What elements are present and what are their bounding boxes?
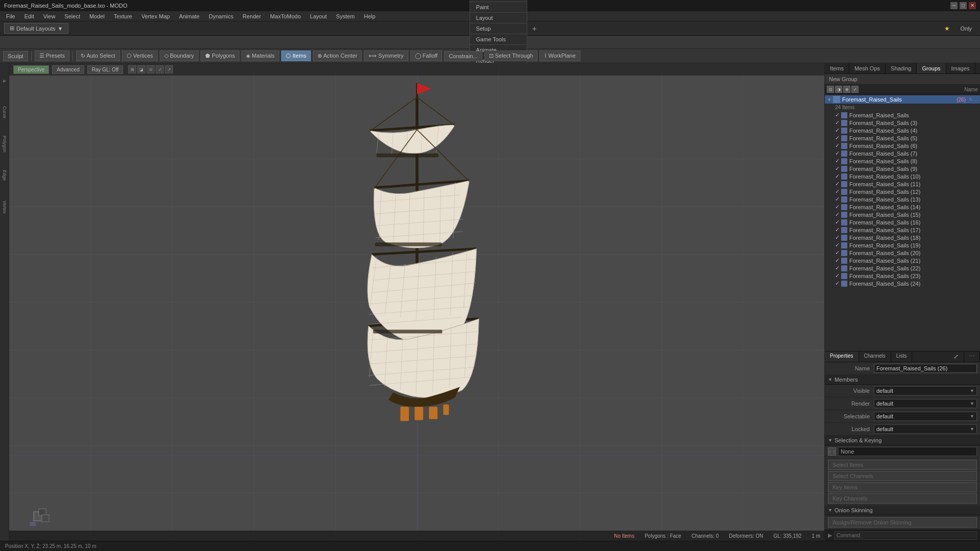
select-through-button[interactable]: ⊡ Select Through [484,51,537,61]
list-item[interactable]: ✓ Foremast_Raised_Sails (16) [825,218,980,226]
list-item[interactable]: ✓ Foremast_Raised_Sails (8) [825,157,980,165]
list-item[interactable]: ✓ Foremast_Raised_Sails (22) [825,264,980,272]
list-item[interactable]: ✓ Foremast_Raised_Sails (4) [825,127,980,134]
list-item[interactable]: ✓ Foremast_Raised_Sails (12) [825,188,980,195]
tab-properties[interactable]: Properties [825,352,859,362]
new-group-button[interactable]: New Group [825,74,980,85]
action-center-button[interactable]: ⊕ Action Center [313,51,362,61]
groups-icon-2[interactable]: ◑ [835,86,842,93]
window-controls[interactable]: ─ □ ✕ [950,2,976,9]
list-item[interactable]: ✓ Foremast_Raised_Sails (11) [825,180,980,188]
tab-mesh-ops[interactable]: Mesh Ops [849,63,886,73]
sidebar-item-1[interactable]: ▶ [1,65,8,96]
list-item[interactable]: ✓ Foremast_Raised_Sails (15) [825,211,980,218]
menu-item-system[interactable]: System [332,12,359,20]
sidebar-item-2[interactable]: Curve [1,97,8,128]
tab-lists[interactable]: Lists [891,352,913,362]
falloff-button[interactable]: ◯ Falloff [410,51,443,61]
groups-icon-4[interactable]: ✓ [851,86,859,93]
menu-item-dynamics[interactable]: Dynamics [205,12,237,20]
vp-ctrl-5[interactable]: ↗ [165,65,173,73]
sculpt-button[interactable]: Sculpt [3,51,28,61]
menu-item-file[interactable]: File [2,12,19,20]
keying-none-field[interactable]: None [838,447,977,456]
select-items-button[interactable]: Select Items [828,460,977,470]
minimize-button[interactable]: ─ [950,2,958,9]
name-field[interactable] [874,364,977,373]
add-tab-button[interactable]: + [529,22,540,35]
vp-ctrl-3[interactable]: ⊙ [146,65,155,73]
workplane-button[interactable]: ⌇ WorkPlane [540,51,580,61]
constrain-button[interactable]: Constrain... [444,51,482,61]
star-button[interactable]: ★ [940,23,954,34]
menu-item-vertex map[interactable]: Vertex Map [137,12,174,20]
command-input[interactable] [834,531,977,540]
list-item[interactable]: ✓ Foremast_Raised_Sails (23) [825,272,980,280]
close-button[interactable]: ✕ [969,2,976,9]
tab-items[interactable]: Items [825,63,849,73]
menu-item-help[interactable]: Help [360,12,380,20]
items-button[interactable]: ⬡ Items [281,51,311,61]
group-root-item[interactable]: ▼ Foremast_Raised_Sails (26) ✎ ... [825,95,980,104]
groups-icon-3[interactable]: ⊕ [843,86,850,93]
assign-onion-button[interactable]: Assign/Remove Onion Skinning [828,517,977,528]
select-channels-button[interactable]: Select Channels [828,471,977,481]
groups-icon-1[interactable]: ⊡ [827,86,834,93]
key-channels-button[interactable]: Key Channels [828,493,977,504]
boundary-button[interactable]: ◇ Boundary [160,51,199,61]
tab-channels[interactable]: Channels [859,352,891,362]
options-props[interactable]: ⋯ [964,352,980,362]
list-item[interactable]: ✓ Foremast_Raised_Sails (18) [825,234,980,241]
orientation-cube[interactable] [30,508,50,528]
tab-images[interactable]: Images [946,63,975,73]
list-item[interactable]: ✓ Foremast_Raised_Sails [825,111,980,119]
list-item[interactable]: ✓ Foremast_Raised_Sails (7) [825,149,980,157]
selectable-dropdown[interactable]: default ▼ [874,412,977,421]
menu-item-maxtomodo[interactable]: MaxToModo [266,12,305,20]
tab-shading[interactable]: Shading [886,63,917,73]
list-item[interactable]: ✓ Foremast_Raised_Sails (21) [825,257,980,264]
sidebar-item-3[interactable]: Polygon [1,129,8,159]
advanced-button[interactable]: Advanced [52,65,84,74]
key-items-button[interactable]: Key Items [828,482,977,492]
materials-button[interactable]: ◈ Materials [241,51,279,61]
perspective-button[interactable]: Perspective [13,65,49,74]
list-item[interactable]: ✓ Foremast_Raised_Sails (10) [825,172,980,180]
maximize-button[interactable]: □ [960,2,967,9]
ray-gl-button[interactable]: Ray GL: Off [87,65,124,74]
list-item[interactable]: ✓ Foremast_Raised_Sails (5) [825,134,980,142]
list-item[interactable]: ✓ Foremast_Raised_Sails (19) [825,241,980,249]
auto-select-button[interactable]: ↻ Auto Select [76,51,120,61]
presets-button[interactable]: ☰ Presets [35,51,69,61]
expand-props[interactable]: ⤢ [948,352,964,362]
vertices-button[interactable]: ⬡ Vertices [122,51,158,61]
locked-dropdown[interactable]: default ▼ [874,424,977,434]
list-item[interactable]: ✓ Foremast_Raised_Sails (14) [825,203,980,211]
layout-tab-game-tools[interactable]: Game Tools [470,34,527,44]
menu-item-view[interactable]: View [39,12,60,20]
tab-groups[interactable]: Groups [917,63,946,73]
visible-dropdown[interactable]: default ▼ [874,386,977,395]
menu-item-animate[interactable]: Animate [175,12,204,20]
menu-item-layout[interactable]: Layout [306,12,331,20]
list-item[interactable]: ✓ Foremast_Raised_Sails (3) [825,119,980,127]
list-item[interactable]: ✓ Foremast_Raised_Sails (13) [825,195,980,203]
polygons-button[interactable]: ⬟ Polygons [201,51,239,61]
symmetry-button[interactable]: ⟺ Symmetry [364,51,408,61]
members-section-header[interactable]: ▼ Members [825,375,980,385]
sidebar-item-5[interactable]: Vertex [1,192,8,222]
list-item[interactable]: ✓ Foremast_Raised_Sails (9) [825,165,980,172]
layout-selector[interactable]: ⊞ Default Layouts ▼ [4,23,68,34]
render-dropdown[interactable]: default ▼ [874,399,977,408]
list-item[interactable]: ✓ Foremast_Raised_Sails (17) [825,226,980,234]
sidebar-item-4[interactable]: Edge [1,160,8,191]
list-item[interactable]: ✓ Foremast_Raised_Sails (6) [825,142,980,149]
vp-ctrl-2[interactable]: ◪ [137,65,145,73]
viewport[interactable]: Perspective Advanced Ray GL: Off ⊞ ◪ ⊙ ⤢… [9,63,824,541]
menu-item-texture[interactable]: Texture [110,12,136,20]
menu-item-model[interactable]: Model [85,12,109,20]
list-item[interactable]: ✓ Foremast_Raised_Sails (24) [825,280,980,287]
menu-item-select[interactable]: Select [60,12,84,20]
selection-keying-header[interactable]: ▼ Selection & Keying [825,436,980,445]
only-button[interactable]: Only [956,23,976,34]
